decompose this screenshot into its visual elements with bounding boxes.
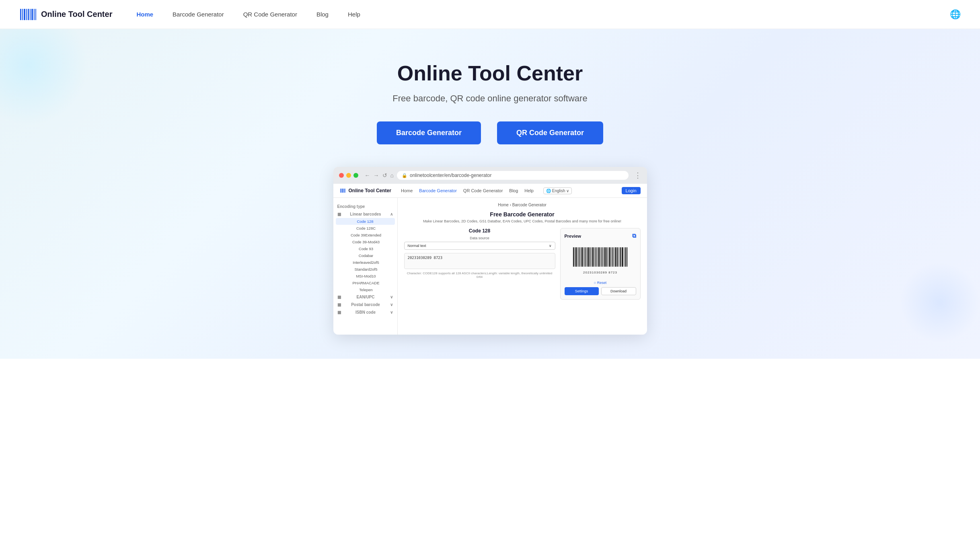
breadcrumb-home[interactable]: Home	[498, 203, 509, 207]
forward-button[interactable]: →	[374, 172, 379, 179]
inner-logo-icon	[340, 187, 346, 194]
svg-rect-38	[608, 247, 608, 267]
refresh-button[interactable]: ↺	[382, 172, 387, 179]
svg-rect-17	[575, 247, 577, 267]
inner-nav-help[interactable]: Help	[524, 188, 534, 193]
download-button[interactable]: Download	[601, 287, 636, 295]
tool-area: Code 128 Data source Normal text ∨ 20231…	[404, 228, 641, 300]
svg-rect-26	[590, 247, 590, 267]
sidebar-item-telepen[interactable]: Telepen	[333, 286, 397, 293]
browser-nav-controls: ← → ↺ ⌂	[365, 172, 394, 179]
address-bar[interactable]: 🔒 onlinetoolcenter/en/barcode-generator	[397, 171, 629, 180]
inner-login-button[interactable]: Login	[622, 187, 641, 194]
sidebar-item-msi[interactable]: MSI-Mod10	[333, 273, 397, 280]
tool-left: Code 128 Data source Normal text ∨ 20231…	[404, 228, 555, 300]
sidebar-postal-header[interactable]: ▦ Postal barcode ∨	[333, 301, 397, 308]
char-note: Character: CODE128 supports all 128 ASCI…	[404, 271, 555, 279]
inner-nav-home[interactable]: Home	[401, 188, 413, 193]
svg-rect-41	[612, 247, 613, 267]
inner-logo: Online Tool Center	[340, 187, 391, 194]
sidebar-item-standard[interactable]: Standard2of5	[333, 266, 397, 273]
browser-mockup: ← → ↺ ⌂ 🔒 onlinetoolcenter/en/barcode-ge…	[333, 167, 647, 335]
data-source-select[interactable]: Normal text ∨	[404, 242, 555, 250]
nav-help[interactable]: Help	[348, 11, 360, 18]
svg-rect-45	[619, 247, 619, 267]
svg-rect-32	[598, 247, 600, 267]
svg-rect-47	[622, 247, 623, 267]
sidebar-isbn-label: ISBN code	[355, 310, 376, 314]
svg-rect-29	[594, 247, 595, 267]
sidebar-linear-header[interactable]: ▦ Linear barcodes ∧	[333, 210, 397, 218]
reset-button[interactable]: ○ Reset	[565, 281, 636, 285]
more-button[interactable]: ⋮	[634, 171, 641, 180]
svg-rect-42	[614, 247, 614, 267]
barcode-input[interactable]: 20231030289 8723	[404, 253, 555, 269]
sidebar-item-code93[interactable]: Code 93	[333, 245, 397, 252]
svg-rect-23	[585, 247, 586, 267]
main-header: Online Tool Center Home Barcode Generato…	[0, 0, 980, 29]
svg-rect-6	[31, 9, 33, 20]
url-text: onlinetoolcenter/en/barcode-generator	[410, 173, 491, 178]
browser-toolbar: ← → ↺ ⌂ 🔒 onlinetoolcenter/en/barcode-ge…	[333, 167, 647, 184]
svg-rect-13	[344, 189, 345, 193]
svg-rect-0	[20, 9, 21, 20]
svg-rect-46	[620, 247, 621, 267]
svg-rect-35	[603, 247, 604, 267]
svg-rect-30	[596, 247, 596, 267]
svg-rect-9	[340, 189, 341, 193]
sidebar-item-code39ext[interactable]: Code 39Extended	[333, 232, 397, 238]
svg-rect-24	[586, 247, 587, 267]
sidebar-item-code128[interactable]: Code 128	[336, 218, 395, 225]
sidebar-postal-label: Postal barcode	[351, 302, 380, 307]
svg-rect-34	[602, 247, 602, 267]
preview-label: Preview	[565, 234, 581, 238]
svg-rect-31	[597, 247, 598, 267]
inner-nav-qr[interactable]: QR Code Generator	[463, 188, 503, 193]
nav-qr[interactable]: QR Code Generator	[243, 11, 297, 18]
breadcrumb: Home › Barcode Generator	[404, 203, 641, 207]
globe-icon[interactable]: 🌐	[950, 9, 961, 20]
sidebar-item-code128c[interactable]: Code 128C	[333, 225, 397, 232]
data-source-value: Normal text	[408, 244, 426, 248]
sidebar-linear-icon: ▦	[337, 212, 341, 216]
sidebar-item-interleaved[interactable]: Interleaved2of5	[333, 259, 397, 266]
hero-qr-btn[interactable]: QR Code Generator	[497, 121, 603, 144]
svg-rect-11	[342, 189, 343, 193]
copy-icon[interactable]: ⧉	[632, 232, 636, 239]
back-button[interactable]: ←	[365, 172, 370, 179]
nav-blog[interactable]: Blog	[316, 11, 329, 18]
home-button[interactable]: ⌂	[390, 172, 394, 179]
svg-rect-16	[574, 247, 575, 267]
sidebar-ean-label: EAN/UPC	[356, 295, 374, 299]
sidebar-item-codabar[interactable]: Codabar	[333, 252, 397, 259]
traffic-light-yellow	[346, 173, 351, 178]
svg-rect-18	[577, 247, 578, 267]
sidebar-linear-chevron: ∧	[390, 212, 393, 216]
sidebar-postal-icon: ▦	[337, 302, 341, 307]
code128-label: Code 128	[404, 228, 555, 234]
sidebar-ean-chevron: ∨	[390, 295, 393, 299]
inner-nav-blog[interactable]: Blog	[509, 188, 518, 193]
svg-rect-27	[591, 247, 592, 267]
sidebar-item-code39mod43[interactable]: Code 39-Mod43	[333, 238, 397, 245]
sidebar-item-pharmacade[interactable]: PHARMACADE	[333, 280, 397, 286]
barcode-preview: 20231030289 8723	[565, 243, 636, 278]
svg-rect-21	[581, 247, 583, 267]
sidebar-encoding-header: Encoding type	[333, 203, 397, 210]
hero-subtitle: Free barcode, QR code online generator s…	[19, 93, 961, 104]
breadcrumb-page: Barcode Generator	[512, 203, 546, 207]
sidebar-linear-label: Linear barcodes	[350, 212, 381, 216]
svg-rect-1	[22, 9, 23, 20]
sidebar-isbn-header[interactable]: ▦ ISBN code ∨	[333, 308, 397, 316]
settings-button[interactable]: Settings	[565, 287, 599, 295]
hero-barcode-btn[interactable]: Barcode Generator	[377, 121, 481, 144]
svg-rect-8	[35, 9, 36, 20]
nav-barcode[interactable]: Barcode Generator	[173, 11, 224, 18]
nav-home[interactable]: Home	[136, 11, 153, 18]
traffic-light-green	[353, 173, 358, 178]
sidebar-ean-header[interactable]: ▦ EAN/UPC ∨	[333, 293, 397, 301]
inner-lang[interactable]: 🌐 English ∨	[543, 187, 572, 194]
inner-nav-barcode[interactable]: Barcode Generator	[419, 188, 457, 193]
preview-header: Preview ⧉	[565, 232, 636, 239]
svg-rect-43	[615, 247, 616, 267]
